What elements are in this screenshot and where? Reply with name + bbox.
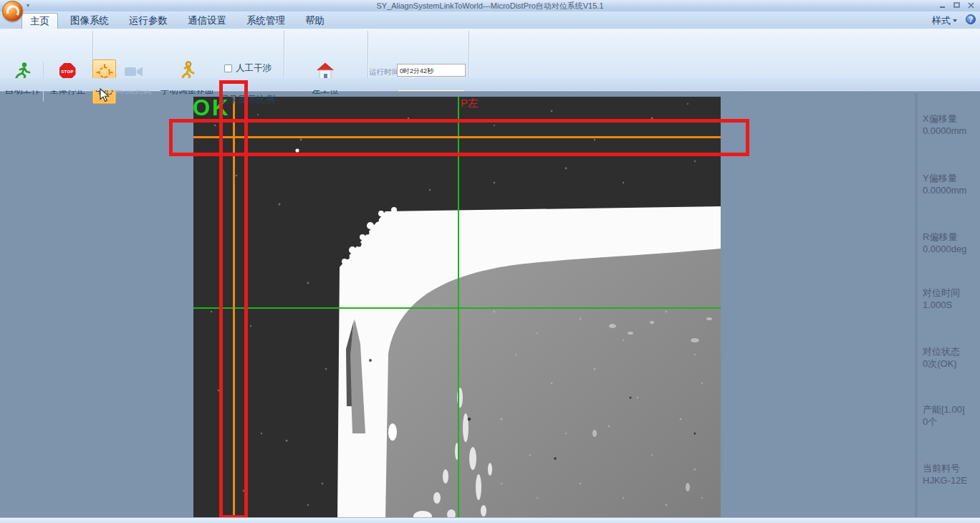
tab-run-params[interactable]: 运行参数 xyxy=(121,13,176,29)
tab-image-system[interactable]: 图像系统 xyxy=(62,13,117,29)
readout-part-number: 当前料号 HJKG-12E xyxy=(923,462,980,486)
ribbon-caption-strip xyxy=(0,78,980,90)
readout-value: HJKG-12E xyxy=(923,474,980,486)
tab-home[interactable]: 主页 xyxy=(21,13,58,29)
title-bar: SY_AliagnSystemLinkToWorld---MicroDistPr… xyxy=(0,0,980,11)
menu-tab-row: 主页 图像系统 运行参数 通信设置 系统管理 帮助 样式 ? xyxy=(0,11,980,29)
checkbox-icon xyxy=(224,64,232,72)
readout-value: 0.0000deg xyxy=(923,243,980,255)
tab-system-admin[interactable]: 系统管理 xyxy=(239,13,293,29)
status-bar xyxy=(0,517,980,523)
readout-label: 对位状态 xyxy=(923,345,980,358)
minimize-icon xyxy=(939,2,946,9)
tab-comm-settings[interactable]: 通信设置 xyxy=(180,13,234,29)
readout-label: R偏移量 xyxy=(923,231,980,243)
app-logo-orb[interactable] xyxy=(2,1,23,21)
manual-intervene-checkbox[interactable]: 人工干涉 xyxy=(224,62,272,75)
readout-capacity: 产能[1.00] 0个 xyxy=(923,403,980,428)
style-menu[interactable]: 样式 xyxy=(932,14,957,27)
run-time-field[interactable]: 0时2分42秒 xyxy=(397,64,466,77)
quick-access-caret-icon[interactable]: ▾ xyxy=(27,2,29,9)
readout-label: 产能[1.00] xyxy=(923,403,980,416)
camera-feed xyxy=(193,97,721,520)
tab-help[interactable]: 帮助 xyxy=(297,13,332,29)
ribbon: 自动工作 STOP 全体停止 系统自动/停止操作 中心 离线测试 xyxy=(0,29,980,92)
readout-label: Y偏移量 xyxy=(923,172,980,184)
station-position-label: P左 xyxy=(461,97,479,110)
readout-label: 对位时间 xyxy=(923,287,980,299)
help-button[interactable]: ? xyxy=(966,14,976,24)
readout-y-offset: Y偏移量 0.0000mm xyxy=(923,172,980,196)
window-title: SY_AliagnSystemLinkToWorld---MicroDistPr… xyxy=(0,1,980,11)
restore-button[interactable] xyxy=(952,1,961,9)
panel-divider xyxy=(915,93,918,517)
close-button[interactable] xyxy=(966,1,976,9)
restore-icon xyxy=(953,2,960,9)
style-menu-label: 样式 xyxy=(932,14,951,27)
readout-align-time: 对位时间 1.000S xyxy=(923,287,980,311)
readout-align-status: 对位状态 0次(OK) xyxy=(923,345,980,370)
readout-r-offset: R偏移量 0.0000deg xyxy=(923,231,980,255)
manual-intervene-label: 人工干涉 xyxy=(236,62,272,75)
readout-value: 0.0000mm xyxy=(923,125,980,137)
orb-swirl-icon xyxy=(3,1,22,21)
readout-label: X偏移量 xyxy=(923,112,980,125)
camera-icon xyxy=(124,65,143,78)
readout-label: 当前料号 xyxy=(923,462,980,474)
style-dropdown-caret-icon xyxy=(953,19,957,22)
stop-icon-text: STOP xyxy=(61,69,73,74)
readout-value: 0个 xyxy=(923,416,980,428)
mouse-cursor-icon xyxy=(100,88,110,102)
readout-value: 1.000S xyxy=(923,299,980,311)
readout-value: 0次(OK) xyxy=(923,358,980,370)
red-highlight-rect-vertical xyxy=(219,80,248,519)
close-icon xyxy=(968,2,974,9)
help-icon: ? xyxy=(969,16,973,24)
red-highlight-rect-horizontal xyxy=(169,119,749,156)
minimize-button[interactable] xyxy=(938,1,947,9)
readout-x-offset: X偏移量 0.0000mm xyxy=(923,112,980,137)
readout-value: 0.0000mm xyxy=(923,184,980,196)
